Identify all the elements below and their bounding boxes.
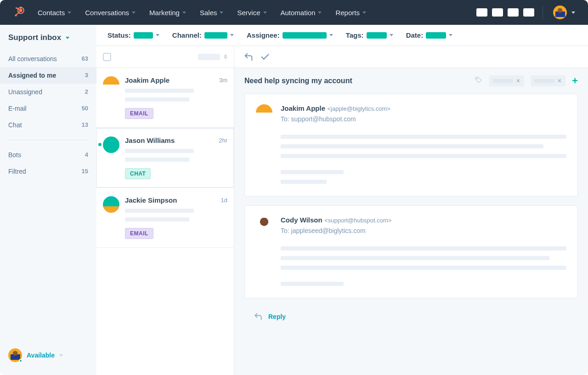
nav-label: Reports bbox=[335, 9, 360, 17]
sidebar-item-label: Chat bbox=[8, 121, 22, 129]
sidebar-item-chat[interactable]: Chat13 bbox=[0, 117, 96, 133]
contact-name: Jason Williams bbox=[125, 136, 175, 144]
nav-label: Automation bbox=[281, 9, 316, 17]
sidebar: Support inbox All conversations63 Assign… bbox=[0, 25, 96, 375]
contact-avatar bbox=[103, 76, 119, 93]
tag-chip[interactable]: ✕ bbox=[489, 75, 524, 86]
nav-util-2[interactable] bbox=[492, 8, 503, 17]
filter-assignee[interactable]: Assignee: bbox=[247, 31, 333, 39]
user-avatar[interactable] bbox=[553, 6, 567, 19]
conversation-time: 1d bbox=[221, 197, 227, 204]
conversation-item[interactable]: Jackie Simpson1d EMAIL bbox=[96, 188, 234, 248]
message-body-line bbox=[281, 135, 566, 139]
nav-label: Sales bbox=[200, 9, 217, 17]
sidebar-item-count: 3 bbox=[85, 72, 88, 79]
preview-line bbox=[125, 217, 189, 222]
filter-label: Tags: bbox=[346, 31, 364, 39]
sidebar-item-label: Unassigned bbox=[8, 88, 42, 96]
sidebar-item-label: Filtred bbox=[8, 168, 26, 175]
chevron-down-icon[interactable] bbox=[66, 37, 69, 39]
preview-line bbox=[125, 89, 194, 93]
conversation-item[interactable]: Joakim Apple3m EMAIL bbox=[96, 68, 234, 128]
nav-label: Conversations bbox=[85, 9, 129, 17]
filter-tags[interactable]: Tags: bbox=[346, 31, 393, 39]
preview-line bbox=[125, 149, 194, 153]
filter-value bbox=[134, 32, 153, 39]
message-body-line bbox=[281, 256, 549, 260]
nav-marketing[interactable]: Marketing bbox=[149, 9, 186, 17]
nav-separator bbox=[543, 6, 543, 19]
message-to: To: jappleseed@biglytics.com bbox=[281, 227, 566, 234]
sidebar-item-label: Assigned to me bbox=[8, 72, 56, 79]
remove-tag-icon[interactable]: ✕ bbox=[557, 78, 562, 84]
filter-label: Channel: bbox=[172, 31, 202, 39]
nav-util-3[interactable] bbox=[508, 8, 519, 17]
nav-sales[interactable]: Sales bbox=[200, 9, 224, 17]
sidebar-item-all[interactable]: All conversations63 bbox=[0, 51, 96, 67]
select-all-checkbox[interactable] bbox=[103, 53, 111, 61]
sidebar-item-assigned[interactable]: Assigned to me3 bbox=[0, 67, 96, 84]
sort-label-placeholder bbox=[198, 54, 220, 60]
reply-icon[interactable] bbox=[254, 312, 263, 321]
nav-automation[interactable]: Automation bbox=[281, 9, 322, 17]
presence-status[interactable]: Available bbox=[0, 348, 96, 369]
nav-util-1[interactable] bbox=[476, 8, 487, 17]
nav-label: Service bbox=[237, 9, 260, 17]
sidebar-item-count: 2 bbox=[85, 88, 88, 96]
svg-point-8 bbox=[476, 78, 477, 79]
filter-label: Status: bbox=[107, 31, 131, 39]
filter-channel[interactable]: Channel: bbox=[172, 31, 234, 39]
svg-point-5 bbox=[20, 6, 22, 8]
sidebar-item-unassigned[interactable]: Unassigned2 bbox=[0, 84, 96, 100]
sidebar-item-count: 13 bbox=[82, 121, 88, 129]
channel-badge-chat: CHAT bbox=[125, 168, 151, 179]
tag-chip-label bbox=[534, 79, 554, 83]
resolve-icon[interactable] bbox=[260, 52, 270, 62]
message-body-line bbox=[281, 246, 566, 250]
chevron-down-icon[interactable] bbox=[571, 11, 575, 14]
conversation-subject: Need help syncing my account bbox=[244, 77, 468, 85]
filter-label: Date: bbox=[406, 31, 424, 39]
message-body-line bbox=[281, 144, 543, 148]
message-from: Cody Wilson bbox=[281, 216, 322, 224]
reply-icon[interactable] bbox=[243, 52, 254, 62]
sidebar-item-bots[interactable]: Bots4 bbox=[0, 147, 96, 163]
sidebar-separator bbox=[8, 140, 88, 140]
filter-date[interactable]: Date: bbox=[406, 31, 453, 39]
nav-label: Contacts bbox=[38, 9, 65, 17]
sidebar-title[interactable]: Support inbox bbox=[8, 33, 61, 42]
reply-button[interactable]: Reply bbox=[268, 313, 286, 320]
message-body-line bbox=[281, 282, 344, 286]
message-body-line bbox=[281, 266, 566, 270]
sidebar-item-label: Bots bbox=[8, 151, 21, 159]
preview-line bbox=[125, 97, 189, 102]
tag-icon[interactable] bbox=[475, 76, 483, 86]
sidebar-item-count: 50 bbox=[82, 105, 88, 112]
filter-status[interactable]: Status: bbox=[107, 31, 159, 39]
add-tag-button[interactable]: + bbox=[572, 76, 578, 86]
filter-value bbox=[283, 32, 327, 39]
filter-value bbox=[367, 32, 387, 39]
nav-util-4[interactable] bbox=[523, 8, 534, 17]
tag-chip[interactable]: ✕ bbox=[531, 75, 565, 86]
contact-avatar bbox=[103, 196, 119, 213]
sidebar-item-filtered[interactable]: Filtred15 bbox=[0, 163, 96, 180]
message-from: Joakim Apple bbox=[281, 104, 325, 112]
nav-conversations[interactable]: Conversations bbox=[85, 9, 136, 17]
nav-service[interactable]: Service bbox=[237, 9, 266, 17]
hubspot-logo[interactable] bbox=[13, 6, 25, 18]
sidebar-item-email[interactable]: E-mail50 bbox=[0, 100, 96, 117]
chevron-down-icon bbox=[329, 34, 333, 36]
remove-tag-icon[interactable]: ✕ bbox=[516, 78, 520, 84]
nav-contacts[interactable]: Contacts bbox=[38, 9, 71, 17]
sort-toggle[interactable] bbox=[224, 54, 227, 59]
nav-reports[interactable]: Reports bbox=[335, 9, 366, 17]
channel-badge-email: EMAIL bbox=[125, 108, 153, 119]
channel-badge-email: EMAIL bbox=[125, 228, 153, 239]
message-to: To: support@hubspot.com bbox=[281, 115, 566, 123]
sidebar-item-label: E-mail bbox=[8, 105, 27, 112]
chevron-down-icon bbox=[132, 11, 136, 14]
unread-dot-icon bbox=[98, 143, 102, 146]
conversation-list: Joakim Apple3m EMAIL Jason Williams2hr bbox=[96, 46, 234, 375]
conversation-item[interactable]: Jason Williams2hr CHAT bbox=[96, 128, 234, 188]
